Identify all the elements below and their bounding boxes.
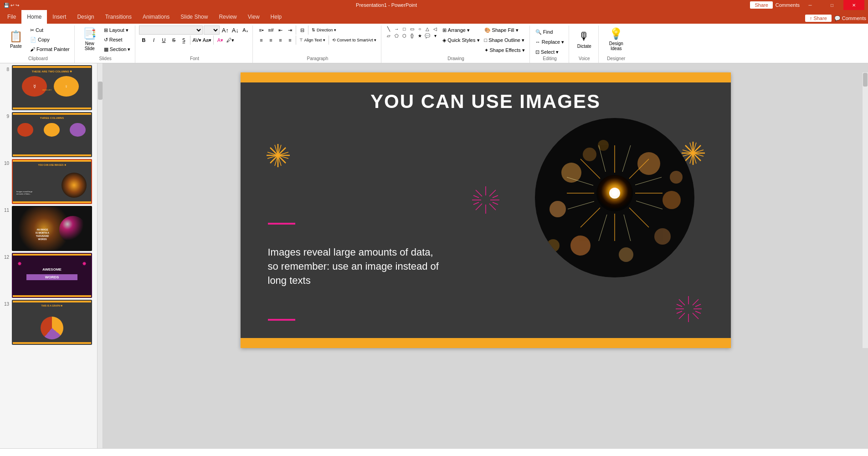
- slides-label: Slides: [76, 56, 135, 61]
- comments-button[interactable]: Comments: [776, 2, 800, 8]
- tab-review[interactable]: Review: [213, 10, 242, 24]
- font-name-select[interactable]: [139, 26, 203, 35]
- bold-button[interactable]: B: [139, 36, 148, 45]
- smartart-button[interactable]: ⟲ Convert to SmartArt ▾: [330, 36, 379, 45]
- shadow-button[interactable]: S̲: [179, 36, 188, 45]
- char-spacing-button[interactable]: AV▾: [192, 36, 201, 45]
- slide-item-11[interactable]: 11 AN IMAGEIS WORTH ATHOUSANDWORDS: [2, 206, 101, 251]
- tab-view[interactable]: View: [242, 10, 265, 24]
- tab-help[interactable]: Help: [265, 10, 288, 24]
- bullets-button[interactable]: ≡•: [257, 26, 266, 35]
- slide-thumb-13[interactable]: THIS IS A GRAPH ✸: [12, 300, 92, 345]
- svg-point-41: [561, 163, 581, 183]
- increase-font-button[interactable]: A↑: [221, 26, 230, 35]
- scrollbar-thumb[interactable]: [98, 82, 103, 100]
- strikethrough-button[interactable]: S: [169, 36, 178, 45]
- clear-format-button[interactable]: Aₓ: [241, 26, 250, 35]
- shape-rounded[interactable]: ▭: [408, 26, 416, 32]
- align-center-button[interactable]: ≡: [266, 36, 275, 45]
- replace-button[interactable]: ↔ Replace ▾: [534, 37, 566, 46]
- underline-button[interactable]: U: [159, 36, 168, 45]
- notes-area[interactable]: Click to add notes: [0, 448, 868, 456]
- sparkler-image[interactable]: [535, 118, 694, 277]
- decrease-font-button[interactable]: A↓: [231, 26, 240, 35]
- slide-body-text[interactable]: Images reveal large amounts of data, so …: [268, 246, 441, 287]
- shape-brace[interactable]: {}: [408, 32, 416, 39]
- shape-rect[interactable]: □: [401, 26, 408, 32]
- font-size-select[interactable]: [204, 26, 220, 35]
- align-text-button[interactable]: ⊤ Align Text ▾: [298, 36, 327, 45]
- cut-button[interactable]: ✂ Cut: [28, 26, 72, 35]
- increase-indent-button[interactable]: ⇥: [285, 26, 294, 35]
- align-right-button[interactable]: ≡: [276, 36, 285, 45]
- shape-parallelogram[interactable]: ▱: [385, 32, 392, 39]
- new-slide-button[interactable]: 📑 NewSlide: [78, 26, 101, 53]
- slide-canvas[interactable]: YOU CAN USE IMAGES: [241, 72, 731, 348]
- tab-animations[interactable]: Animations: [137, 10, 175, 24]
- shape-callout[interactable]: 💬: [424, 32, 431, 39]
- shape-fill-button[interactable]: 🎨 Shape Fill ▾: [483, 26, 527, 35]
- font-group: A↑ A↓ Aₓ B I U S S̲ AV▾ Aa▾ A▾ 🖊▾: [136, 26, 253, 63]
- shape-more[interactable]: ▾: [431, 32, 439, 39]
- design-ideas-button[interactable]: 💡 DesignIdeas: [602, 26, 630, 53]
- slide-thumb-10[interactable]: YOU CAN USE IMAGES ✸ Images reveal large…: [12, 159, 92, 204]
- align-left-button[interactable]: ≡: [257, 36, 266, 45]
- shape-star[interactable]: ★: [416, 32, 423, 39]
- dictate-button[interactable]: 🎙 Dictate: [573, 26, 596, 53]
- canvas-scrollbar-thumb[interactable]: [863, 73, 868, 87]
- paste-button[interactable]: 📋 Paste: [5, 26, 27, 53]
- shape-hex[interactable]: ⬡: [401, 32, 408, 39]
- case-button[interactable]: Aa▾: [202, 36, 211, 45]
- find-button[interactable]: 🔍 Find: [534, 27, 555, 36]
- close-button[interactable]: ✕: [843, 0, 864, 10]
- comments-ribbon-button[interactable]: 💬 Comments: [834, 15, 866, 21]
- tab-design[interactable]: Design: [72, 10, 99, 24]
- slide-title[interactable]: YOU CAN USE IMAGES: [286, 91, 685, 113]
- shape-right-tri[interactable]: ◁: [431, 26, 439, 32]
- highlight-button[interactable]: 🖊▾: [226, 36, 235, 45]
- slide-item-8[interactable]: 8 THESE ARE TWO COLUMNS ✸ ☿ ♀ MERCURY VE…: [2, 65, 101, 110]
- decrease-indent-button[interactable]: ⇤: [276, 26, 285, 35]
- copy-button[interactable]: 📄 Copy: [28, 35, 72, 44]
- quick-styles-button[interactable]: ◈ Quick Styles ▾: [441, 36, 481, 45]
- shape-outline-button[interactable]: □ Shape Outline ▾: [483, 36, 527, 45]
- justify-button[interactable]: ≡: [285, 36, 294, 45]
- minimize-button[interactable]: ─: [800, 0, 821, 10]
- section-button[interactable]: ▦ Section ▾: [102, 45, 133, 54]
- shape-line[interactable]: ╲: [385, 26, 392, 32]
- slide-item-9[interactable]: 9 THREE COLUMNS: [2, 112, 101, 157]
- text-direction-button[interactable]: ⇅ Direction ▾: [310, 26, 338, 35]
- numbering-button[interactable]: ≡#: [266, 26, 275, 35]
- columns-button[interactable]: ⊟: [298, 26, 307, 35]
- tab-slideshow[interactable]: Slide Show: [175, 10, 213, 24]
- italic-button[interactable]: I: [149, 36, 158, 45]
- reset-button[interactable]: ↺ Reset: [102, 35, 133, 44]
- slide-panel-scrollbar[interactable]: [97, 63, 103, 448]
- slide-item-12[interactable]: 12 ✸ ✸ AWESOME WORDS: [2, 253, 101, 298]
- tab-file[interactable]: File: [2, 10, 21, 24]
- font-color-button[interactable]: A▾: [216, 36, 225, 45]
- shape-effects-button[interactable]: ✦ Shape Effects ▾: [483, 46, 527, 55]
- select-button[interactable]: ⊡ Select ▾: [534, 47, 561, 56]
- tab-home[interactable]: Home: [21, 10, 47, 24]
- slide-thumb-11[interactable]: AN IMAGEIS WORTH ATHOUSANDWORDS: [12, 206, 92, 251]
- slide-item-13[interactable]: 13 THIS IS A GRAPH ✸: [2, 300, 101, 345]
- slide-thumb-8[interactable]: THESE ARE TWO COLUMNS ✸ ☿ ♀ MERCURY VENU…: [12, 65, 92, 110]
- shape-pentagon[interactable]: ⬠: [393, 32, 400, 39]
- canvas-scrollbar[interactable]: [863, 72, 868, 348]
- layout-button[interactable]: ⊞ Layout ▾: [102, 26, 133, 35]
- maximize-button[interactable]: □: [822, 0, 842, 10]
- shape-oval[interactable]: ○: [416, 26, 423, 32]
- pink-dash-top: [268, 223, 295, 225]
- slide-thumb-9[interactable]: THREE COLUMNS: [12, 112, 92, 157]
- tab-transitions[interactable]: Transitions: [100, 10, 137, 24]
- share-ribbon-button[interactable]: ↑ Share: [805, 15, 832, 22]
- slide-thumb-12[interactable]: ✸ ✸ AWESOME WORDS: [12, 253, 92, 298]
- arrange-button[interactable]: ⊞ Arrange ▾: [441, 26, 481, 35]
- format-painter-button[interactable]: 🖌 Format Painter: [28, 45, 72, 54]
- slide-item-10[interactable]: 10 YOU CAN USE IMAGES ✸ Images reveal la…: [2, 159, 101, 204]
- share-button[interactable]: Share: [750, 1, 772, 9]
- tab-insert[interactable]: Insert: [47, 10, 72, 24]
- shape-arrow[interactable]: →: [393, 26, 400, 32]
- shape-tri[interactable]: △: [424, 26, 431, 32]
